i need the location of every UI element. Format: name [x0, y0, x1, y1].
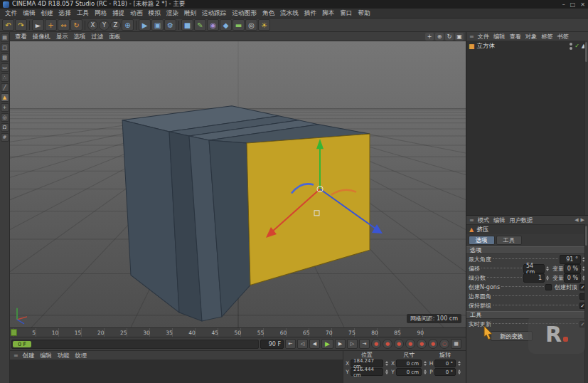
mm-menu-texture[interactable]: 纹理: [72, 352, 90, 360]
extruded-cube-object[interactable]: [122, 106, 370, 321]
floor-environment-button[interactable]: ▬: [232, 19, 245, 31]
record-position-button[interactable]: ●: [383, 339, 392, 349]
current-frame-handle[interactable]: 0 F: [13, 341, 31, 347]
visibility-dots[interactable]: [570, 43, 572, 50]
am-menu-mode[interactable]: 模式: [476, 216, 491, 224]
snap-magnet-icon[interactable]: Ω: [1, 123, 9, 132]
offset-field[interactable]: 54 cm: [523, 264, 545, 273]
menu-pipeline[interactable]: 流水线: [277, 9, 301, 18]
menu-animate[interactable]: 动画: [127, 9, 145, 18]
object-list-scrollbar[interactable]: [584, 41, 588, 215]
lock-z-axis-button[interactable]: Z: [110, 20, 121, 31]
history-back-icon[interactable]: ◀: [574, 217, 578, 223]
render-picture-viewer-button[interactable]: ▣: [151, 19, 164, 31]
object-name[interactable]: 立方体: [477, 42, 496, 51]
editor-visibility-dot[interactable]: [570, 43, 572, 46]
spinner[interactable]: [384, 360, 389, 367]
menu-mograph[interactable]: 运动图形: [229, 9, 259, 18]
timeline-slider[interactable]: 0 F: [11, 340, 259, 349]
vp-menu-panel[interactable]: 面板: [106, 33, 124, 41]
spinner[interactable]: [384, 368, 389, 376]
history-forward-icon[interactable]: ▶: [581, 217, 584, 223]
record-rotation-button[interactable]: ●: [405, 339, 415, 349]
menu-window[interactable]: 窗口: [337, 9, 355, 18]
vp-menu-cameras[interactable]: 摄像机: [30, 33, 53, 41]
rotation-p-field[interactable]: 0 °: [434, 368, 456, 376]
record-keyframe-button[interactable]: ●: [371, 339, 381, 349]
attribute-scrollbar[interactable]: [584, 224, 588, 383]
size-x-field[interactable]: 0 cm: [396, 360, 422, 367]
om-menu-view[interactable]: 查看: [507, 33, 523, 41]
points-mode-icon[interactable]: ∴: [1, 73, 9, 82]
menu-character[interactable]: 角色: [260, 9, 277, 18]
menu-script[interactable]: 脚本: [319, 9, 337, 18]
close-button[interactable]: ✕: [580, 1, 585, 8]
menu-motion-tracker[interactable]: 运动跟踪: [199, 9, 229, 18]
goto-end-button[interactable]: ⇥: [359, 339, 370, 349]
enabled-check-icon[interactable]: ✓: [574, 43, 579, 49]
viewport-pan-icon[interactable]: +: [425, 33, 434, 41]
scrollbar-handle[interactable]: [585, 42, 587, 62]
render-settings-button[interactable]: ⚙: [164, 19, 176, 31]
object-row-cube[interactable]: ■ 立方体 ✓ ▲: [468, 41, 587, 51]
options-section-header[interactable]: 选项: [466, 246, 588, 254]
make-editable-icon[interactable]: ▤: [1, 33, 9, 42]
next-key-button[interactable]: ▷: [347, 339, 358, 349]
spinner[interactable]: [456, 360, 461, 367]
enable-axis-icon[interactable]: +: [1, 103, 9, 112]
minimize-button[interactable]: –: [562, 1, 565, 8]
spinner[interactable]: [422, 368, 427, 376]
lock-x-axis-button[interactable]: X: [87, 20, 98, 31]
om-menu-objects[interactable]: 对象: [523, 33, 539, 41]
array-generator-button[interactable]: ◆: [220, 19, 232, 31]
viewport-zoom-icon[interactable]: ⊕: [435, 33, 444, 41]
new-transform-button[interactable]: 新的变换: [491, 331, 533, 341]
subdivision-variance-field[interactable]: 0 %: [564, 273, 581, 283]
undo-icon[interactable]: ↶: [2, 19, 14, 31]
subdivision-field[interactable]: 1: [523, 273, 545, 283]
am-menu-edit[interactable]: 编辑: [491, 216, 507, 224]
spinner[interactable]: [545, 265, 550, 273]
workplane-mode-icon[interactable]: ▭: [1, 63, 9, 72]
model-mode-icon[interactable]: □: [1, 43, 9, 52]
end-frame-field[interactable]: 90 F: [260, 340, 284, 349]
vp-menu-options[interactable]: 选项: [71, 33, 89, 41]
move-tool-icon[interactable]: +: [45, 19, 57, 31]
next-frame-button[interactable]: ▶: [335, 339, 346, 349]
om-menu-file[interactable]: 文件: [476, 33, 491, 41]
max-angle-field[interactable]: 91 °: [560, 255, 581, 264]
spinner[interactable]: [456, 368, 461, 376]
tab-options[interactable]: 选项: [469, 236, 495, 245]
panel-menu-icon[interactable]: ≡: [468, 217, 476, 224]
polygons-mode-icon[interactable]: ▲: [1, 93, 9, 102]
record-pla-button[interactable]: ●: [428, 339, 438, 349]
viewport-3d-scene[interactable]: [10, 41, 466, 327]
spinner[interactable]: [422, 360, 427, 367]
menu-render[interactable]: 渲染: [164, 9, 181, 18]
create-ngons-checkbox[interactable]: [545, 284, 552, 290]
selected-polygon-face[interactable]: [247, 134, 370, 285]
menu-file[interactable]: 文件: [2, 9, 20, 18]
object-list[interactable]: ■ 立方体 ✓ ▲: [466, 41, 588, 215]
render-view-button[interactable]: ▶: [139, 19, 151, 31]
record-parameter-button[interactable]: ●: [417, 339, 427, 349]
position-y-field[interactable]: 216.444 cm: [351, 368, 383, 376]
menu-snap[interactable]: 捕捉: [109, 9, 127, 18]
menu-tools[interactable]: 工具: [74, 9, 92, 18]
live-selection-icon[interactable]: ►: [32, 19, 44, 31]
om-menu-edit[interactable]: 编辑: [491, 33, 507, 41]
maximize-button[interactable]: □: [570, 1, 576, 8]
autokey-button[interactable]: ○: [439, 339, 449, 349]
offset-variance-field[interactable]: 0 %: [564, 264, 581, 273]
coordinate-system-icon[interactable]: ⊕: [122, 19, 134, 31]
edges-mode-icon[interactable]: ╱: [1, 83, 9, 92]
viewport-rotate-icon[interactable]: ↻: [445, 33, 454, 41]
menu-sculpt[interactable]: 雕刻: [181, 9, 199, 18]
menu-plugins[interactable]: 插件: [301, 9, 319, 18]
subdivision-surface-button[interactable]: ◉: [207, 19, 219, 31]
om-menu-bookmarks[interactable]: 书签: [555, 33, 571, 41]
redo-icon[interactable]: ↷: [15, 19, 27, 31]
play-button[interactable]: ▶: [321, 339, 333, 349]
quantize-snap-icon[interactable]: #: [1, 133, 9, 142]
panel-menu-icon[interactable]: ≡: [12, 352, 20, 359]
